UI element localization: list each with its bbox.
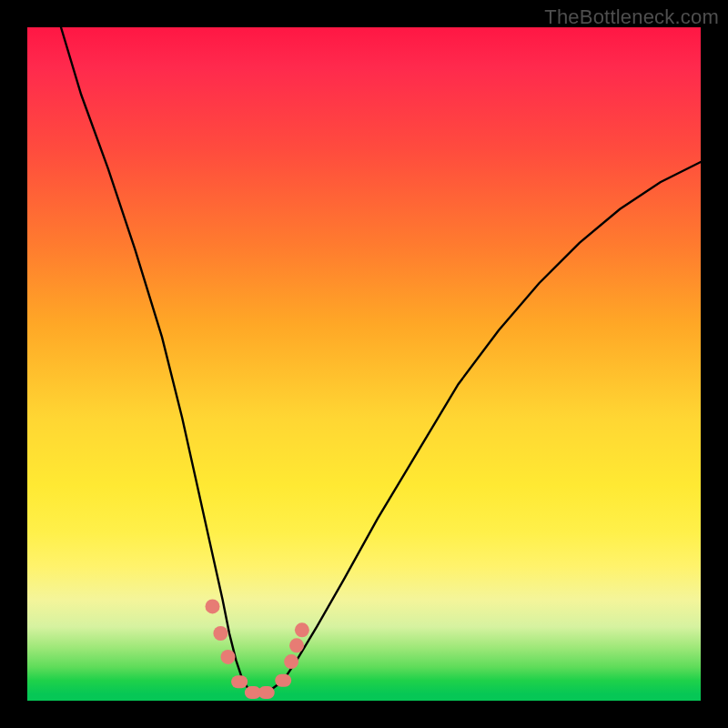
marker-dot — [213, 626, 228, 641]
marker-dot — [289, 638, 304, 652]
marker-dot — [221, 650, 236, 664]
marker-pill — [275, 674, 291, 687]
chart-markers — [206, 599, 309, 699]
marker-dot — [206, 599, 220, 613]
chart-frame: TheBottleneck.com — [0, 0, 728, 728]
marker-dot — [284, 654, 298, 669]
marker-dot — [295, 622, 309, 637]
chart-svg — [27, 27, 701, 701]
bottleneck-curve — [61, 27, 701, 694]
watermark-text: TheBottleneck.com — [544, 5, 719, 29]
marker-pill — [258, 686, 275, 699]
chart-plot-area — [27, 27, 701, 701]
marker-pill — [231, 675, 248, 688]
